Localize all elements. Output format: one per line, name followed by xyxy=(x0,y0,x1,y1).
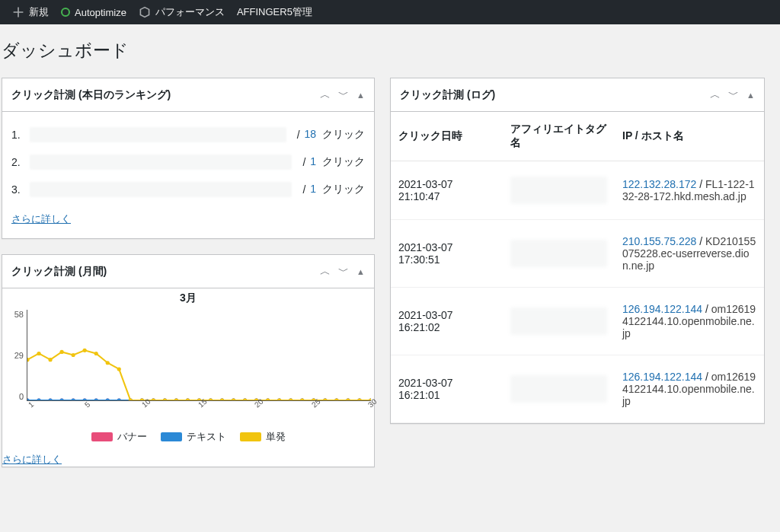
svg-point-74 xyxy=(163,398,167,400)
ranking-title-redacted xyxy=(30,127,286,142)
move-up-icon[interactable]: ︿ xyxy=(710,88,721,102)
log-ip-host: 126.194.122.144 / om126194122144.10.open… xyxy=(615,355,764,423)
toggle-collapse-icon[interactable]: ▲ xyxy=(356,267,365,276)
legend-label: バナー xyxy=(117,430,147,444)
chart-area: 58290 151015202530 xyxy=(5,310,371,416)
ranking-count-link[interactable]: 18 xyxy=(305,128,317,140)
log-ip-host: 126.194.122.144 / om126194122144.10.open… xyxy=(615,288,764,355)
log-tag-redacted xyxy=(503,220,615,288)
svg-point-89 xyxy=(334,398,338,400)
admin-bar-performance[interactable]: パフォーマンス xyxy=(133,0,231,24)
y-tick: 0 xyxy=(5,392,24,401)
toggle-collapse-icon[interactable]: ▲ xyxy=(746,91,755,100)
log-datetime: 2021-03-0716:21:02 xyxy=(391,288,503,355)
svg-point-91 xyxy=(357,398,361,400)
x-tick: 20 xyxy=(253,400,265,413)
svg-point-76 xyxy=(186,398,190,400)
x-tick: 1 xyxy=(27,400,39,413)
cube-icon xyxy=(139,6,151,18)
monthly-panel-header: クリック計測 (月間) ︿ ﹀ ▲ xyxy=(2,255,374,288)
ranking-panel-header: クリック計測 (本日のランキング) ︿ ﹀ ▲ xyxy=(2,78,374,112)
svg-point-38 xyxy=(106,398,110,400)
y-tick: 29 xyxy=(5,351,24,360)
admin-bar-performance-label: パフォーマンス xyxy=(155,5,225,19)
legend-swatch xyxy=(240,432,261,441)
log-ip-link[interactable]: 126.194.122.144 xyxy=(622,303,702,315)
svg-point-78 xyxy=(209,398,213,400)
svg-point-85 xyxy=(289,398,292,400)
svg-point-80 xyxy=(232,398,235,400)
move-up-icon[interactable]: ︿ xyxy=(320,88,331,102)
move-down-icon[interactable]: ﹀ xyxy=(728,88,739,102)
svg-point-90 xyxy=(346,398,350,400)
x-tick: 30 xyxy=(366,400,379,413)
log-panel-header: クリック計測 (ログ) ︿ ﹀ ▲ xyxy=(391,78,764,112)
ranking-row: 1./18 クリック xyxy=(11,121,365,148)
move-up-icon[interactable]: ︿ xyxy=(320,265,331,279)
log-row: 2021-03-0716:21:01126.194.122.144 / om12… xyxy=(391,355,764,423)
admin-bar-affinger-label: AFFINGER5管理 xyxy=(237,5,312,19)
plus-icon xyxy=(12,6,24,18)
admin-bar: 新規 Autoptimize パフォーマンス AFFINGER5管理 xyxy=(0,0,780,24)
svg-point-79 xyxy=(220,398,224,400)
svg-point-32 xyxy=(37,398,40,400)
log-ip-link[interactable]: 122.132.28.172 xyxy=(622,178,696,190)
move-down-icon[interactable]: ﹀ xyxy=(338,265,349,279)
log-tag-redacted xyxy=(503,355,615,423)
svg-point-34 xyxy=(59,398,63,400)
log-ip-link[interactable]: 126.194.122.144 xyxy=(622,371,702,383)
ranking-count-link[interactable]: 1 xyxy=(310,183,316,195)
ranking-row: 3./1 クリック xyxy=(11,176,365,203)
svg-point-84 xyxy=(277,398,281,400)
svg-point-66 xyxy=(72,353,75,357)
log-ip-link[interactable]: 210.155.75.228 xyxy=(622,235,696,247)
chart-legend: バナーテキスト単発 xyxy=(2,430,374,444)
log-datetime: 2021-03-0717:30:51 xyxy=(391,220,503,288)
legend-label: テキスト xyxy=(187,430,226,444)
log-table: クリック日時 アフィリエイトタグ名 IP / ホスト名 2021-03-0721… xyxy=(391,112,764,423)
svg-point-64 xyxy=(48,358,52,362)
ranking-title-redacted xyxy=(30,155,292,170)
ranking-number: 2. xyxy=(11,156,30,168)
svg-point-73 xyxy=(152,398,155,400)
svg-point-75 xyxy=(174,398,178,400)
circle-icon xyxy=(61,8,70,17)
x-tick: 25 xyxy=(310,400,322,413)
log-datetime: 2021-03-0721:10:47 xyxy=(391,161,503,220)
log-ip-host: 210.155.75.228 / KD210155075228.ec-userr… xyxy=(615,220,764,288)
svg-point-68 xyxy=(94,352,98,355)
toggle-collapse-icon[interactable]: ▲ xyxy=(356,91,365,100)
log-row: 2021-03-0721:10:47122.132.28.172 / FL1-1… xyxy=(391,161,764,220)
ranking-more-link[interactable]: さらに詳しく xyxy=(11,212,71,226)
move-down-icon[interactable]: ﹀ xyxy=(338,88,349,102)
ranking-row: 2./1 クリック xyxy=(11,148,365,176)
x-tick: 5 xyxy=(83,400,95,413)
svg-point-69 xyxy=(106,361,110,365)
ranking-panel: クリック計測 (本日のランキング) ︿ ﹀ ▲ 1./18 クリック2./1 ク… xyxy=(2,78,375,239)
monthly-panel-title: クリック計測 (月間) xyxy=(11,265,107,279)
log-tag-redacted xyxy=(503,288,615,355)
admin-bar-new[interactable]: 新規 xyxy=(6,0,55,24)
monthly-more-link[interactable]: さらに詳しく xyxy=(2,453,62,467)
svg-point-65 xyxy=(59,350,63,354)
legend-item: 単発 xyxy=(240,430,286,444)
log-tag-redacted xyxy=(503,161,615,220)
log-datetime: 2021-03-0716:21:01 xyxy=(391,355,503,423)
ranking-count: 1 クリック xyxy=(310,183,365,196)
legend-label: 単発 xyxy=(266,430,286,444)
log-scroll[interactable]: クリック日時 アフィリエイトタグ名 IP / ホスト名 2021-03-0721… xyxy=(391,112,764,423)
legend-item: バナー xyxy=(91,430,147,444)
ranking-count-link[interactable]: 1 xyxy=(310,155,316,167)
admin-bar-autoptimize[interactable]: Autoptimize xyxy=(55,0,133,24)
svg-point-70 xyxy=(117,367,121,371)
svg-point-86 xyxy=(300,398,304,400)
ranking-number: 3. xyxy=(11,183,30,196)
log-panel: クリック計測 (ログ) ︿ ﹀ ▲ クリック日時 アフィリエイトタグ名 I xyxy=(390,78,765,424)
x-tick: 15 xyxy=(197,400,209,413)
page-title: ダッシュボード xyxy=(2,32,765,78)
ranking-title-redacted xyxy=(30,182,292,197)
svg-point-88 xyxy=(323,398,327,400)
admin-bar-affinger[interactable]: AFFINGER5管理 xyxy=(231,0,318,24)
svg-point-33 xyxy=(48,398,52,400)
svg-point-37 xyxy=(94,398,98,400)
